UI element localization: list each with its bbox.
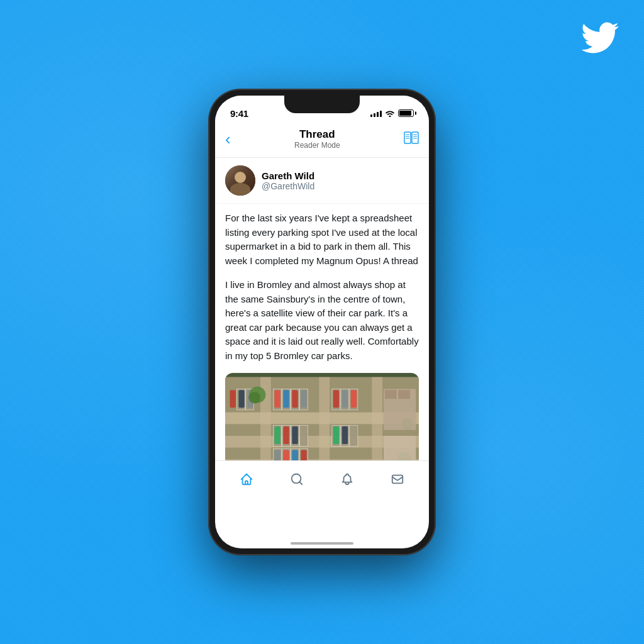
svg-rect-18 — [230, 390, 235, 408]
nav-title: Thread — [294, 128, 340, 141]
search-icon — [290, 472, 304, 486]
phone-screen: 9:41 — [215, 96, 429, 548]
svg-rect-28 — [301, 390, 306, 408]
twitter-logo-container — [581, 19, 619, 50]
signal-bar-1 — [370, 114, 372, 117]
tweet-content: For the last six years I've kept a sprea… — [215, 204, 429, 504]
phone-mockup: 9:41 — [209, 89, 435, 555]
nav-subtitle: Reader Mode — [294, 141, 340, 150]
tab-home[interactable] — [233, 465, 260, 493]
svg-rect-26 — [283, 390, 289, 408]
svg-rect-63 — [385, 390, 397, 399]
svg-rect-54 — [342, 426, 348, 444]
navigation-bar: ‹ Thread Reader Mode — [215, 123, 429, 158]
twitter-bird-icon — [581, 19, 619, 57]
avatar — [225, 165, 255, 196]
signal-bar-3 — [377, 112, 379, 117]
svg-rect-48 — [342, 390, 348, 408]
svg-rect-47 — [333, 390, 339, 408]
messages-icon — [391, 472, 404, 486]
svg-point-56 — [248, 392, 260, 404]
home-indicator — [291, 542, 353, 545]
tweet-paragraph-1: For the last six years I've kept a sprea… — [225, 211, 419, 268]
status-icons — [370, 109, 414, 117]
tab-bar — [215, 460, 429, 504]
tab-messages[interactable] — [384, 465, 411, 493]
signal-icon — [370, 109, 382, 117]
svg-rect-1 — [412, 132, 418, 143]
author-info: Gareth Wild @GarethWild — [262, 170, 314, 191]
svg-rect-33 — [274, 426, 280, 444]
author-handle: @GarethWild — [262, 181, 314, 191]
avatar-image — [225, 165, 255, 196]
back-button[interactable]: ‹ — [225, 130, 231, 149]
phone-notch — [284, 96, 360, 113]
app-content: ‹ Thread Reader Mode — [215, 123, 429, 504]
tweet-paragraph-2: I live in Bromley and almost always shop… — [225, 278, 419, 363]
reader-mode-icon[interactable] — [404, 131, 419, 147]
svg-rect-64 — [398, 390, 410, 399]
battery-icon — [398, 109, 414, 117]
signal-bar-2 — [374, 113, 375, 117]
phone-outer-shell: 9:41 — [209, 89, 435, 555]
status-time: 9:41 — [230, 108, 248, 119]
nav-title-group: Thread Reader Mode — [294, 128, 340, 150]
author-section: Gareth Wild @GarethWild — [215, 158, 429, 204]
wifi-icon — [385, 109, 395, 117]
svg-rect-32 — [300, 425, 308, 447]
svg-rect-25 — [274, 390, 280, 408]
svg-rect-52 — [350, 425, 358, 447]
svg-rect-34 — [283, 426, 289, 444]
tab-notifications[interactable] — [333, 465, 361, 493]
svg-rect-19 — [238, 390, 244, 408]
svg-rect-49 — [351, 390, 357, 408]
signal-bar-4 — [380, 111, 382, 117]
svg-rect-27 — [292, 390, 297, 408]
author-name: Gareth Wild — [262, 170, 314, 181]
notifications-icon — [340, 472, 354, 486]
svg-rect-53 — [333, 426, 339, 444]
home-icon — [240, 472, 253, 486]
tab-search[interactable] — [283, 465, 311, 493]
svg-rect-35 — [292, 426, 297, 444]
svg-rect-0 — [404, 132, 411, 143]
